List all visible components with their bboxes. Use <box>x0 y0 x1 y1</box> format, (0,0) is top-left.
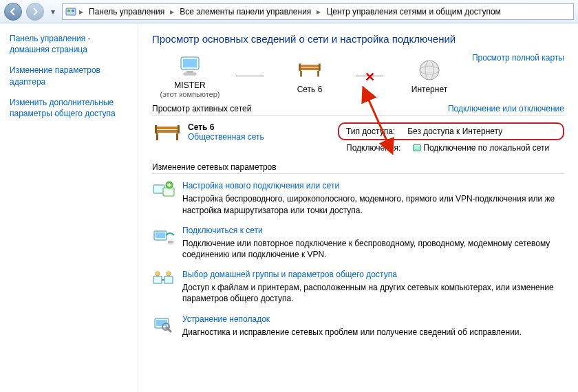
page-title: Просмотр основных сведений о сети и наст… <box>152 33 564 45</box>
option-desc: Доступ к файлам и принтерам, расположенн… <box>182 282 564 304</box>
connect-disconnect-link[interactable]: Подключение или отключение <box>448 104 564 113</box>
new-connection-icon <box>152 181 175 202</box>
breadcrumb-sep: ▸ <box>315 7 322 17</box>
active-network-block: Сеть 6 Общественная сеть <box>152 122 324 143</box>
option-title[interactable]: Подключиться к сети <box>182 226 564 235</box>
option-title[interactable]: Устранение неполадок <box>182 314 522 324</box>
svg-rect-9 <box>300 71 302 77</box>
globe-icon <box>416 57 442 83</box>
access-type-label: Тип доступа: <box>346 127 395 136</box>
svg-rect-29 <box>153 276 162 283</box>
map-computer-label: MISTER <box>174 80 205 90</box>
svg-rect-28 <box>168 241 173 243</box>
svg-rect-6 <box>184 73 196 75</box>
full-map-link[interactable]: Просмотр полной карты <box>472 53 564 63</box>
svg-rect-22 <box>178 125 180 133</box>
svg-rect-27 <box>156 232 165 238</box>
svg-rect-24 <box>163 188 174 196</box>
active-networks-label: Просмотр активных сетей <box>152 104 251 113</box>
svg-rect-12 <box>319 64 321 71</box>
svg-rect-10 <box>317 71 319 77</box>
bench-icon <box>297 57 323 83</box>
svg-rect-21 <box>155 125 157 133</box>
content-area: Просмотр основных сведений о сети и наст… <box>138 23 578 392</box>
breadcrumb-item-2[interactable]: Все элементы панели управления <box>177 6 314 18</box>
active-networks-header: Просмотр активных сетей Подключение или … <box>152 104 564 116</box>
svg-rect-4 <box>183 59 197 67</box>
map-network-label: Сеть 6 <box>297 85 323 94</box>
map-computer-sub: (этот компьютер) <box>160 90 220 98</box>
sidebar-sharing-link[interactable]: Изменить дополнительные параметры общего… <box>10 97 131 119</box>
control-panel-icon <box>65 6 76 17</box>
network-name: Сеть 6 <box>188 122 264 132</box>
option-desc: Диагностика и исправление сетевых пробле… <box>182 327 522 338</box>
option-troubleshoot: Устранение неполадок Диагностика и испра… <box>152 314 564 338</box>
breadcrumb-sep: ▸ <box>78 7 85 17</box>
change-settings-header: Изменение сетевых параметров <box>152 162 277 172</box>
breadcrumb[interactable]: ▸ Панель управления ▸ Все элементы панел… <box>62 3 574 20</box>
svg-rect-2 <box>72 10 74 12</box>
option-desc: Настройка беспроводного, широкополосного… <box>182 193 564 215</box>
option-desc: Подключение или повторное подключение к … <box>182 238 564 260</box>
option-title[interactable]: Выбор домашней группы и параметров общег… <box>182 270 564 279</box>
breadcrumb-sep: ▸ <box>169 7 175 17</box>
map-internet-label: Интернет <box>411 85 447 94</box>
sidebar-home-link[interactable]: Панель управления - домашняя страница <box>10 33 131 55</box>
homegroup-icon <box>152 270 175 290</box>
computer-icon <box>177 53 203 79</box>
connections-label: Подключения: <box>346 143 400 153</box>
option-homegroup: Выбор домашней группы и параметров общег… <box>152 270 564 304</box>
map-node-network: Сеть 6 <box>272 57 347 94</box>
bench-icon <box>152 122 182 143</box>
network-map: Просмотр полной карты MISTER (этот компь… <box>152 53 564 98</box>
access-type-value: Без доступа к Интернету <box>407 127 556 136</box>
breadcrumb-item-1[interactable]: Панель управления <box>86 6 167 18</box>
map-node-internet: Интернет <box>392 57 467 94</box>
svg-rect-11 <box>299 64 301 71</box>
connect-network-icon <box>152 226 175 246</box>
address-bar: ▾ ▸ Панель управления ▸ Все элементы пан… <box>0 0 578 23</box>
svg-point-31 <box>156 272 160 276</box>
network-type-link[interactable]: Общественная сеть <box>188 132 264 142</box>
map-broken-line: ✕ <box>356 76 383 76</box>
nav-back-button[interactable] <box>4 3 22 21</box>
access-details-box: Тип доступа: Без доступа к Интернету <box>338 122 564 140</box>
svg-rect-7 <box>299 65 320 67</box>
svg-rect-30 <box>164 276 173 283</box>
troubleshoot-icon <box>152 314 175 335</box>
sidebar: Панель управления - домашняя страница Из… <box>0 23 138 392</box>
svg-rect-17 <box>155 127 180 129</box>
connection-link[interactable]: Подключение по локальной сети <box>413 143 556 153</box>
error-x-icon: ✕ <box>365 69 375 85</box>
svg-rect-18 <box>155 130 180 133</box>
nav-forward-button[interactable] <box>26 3 44 21</box>
svg-point-32 <box>167 272 171 276</box>
svg-rect-20 <box>176 133 178 140</box>
svg-rect-19 <box>156 133 158 140</box>
svg-point-13 <box>420 61 439 80</box>
option-title[interactable]: Настройка нового подключения или сети <box>182 181 564 190</box>
option-connect-network: Подключиться к сети Подключение или повт… <box>152 226 564 260</box>
svg-rect-8 <box>299 68 320 70</box>
map-node-computer: MISTER (этот компьютер) <box>152 53 228 98</box>
map-link-line <box>236 76 264 76</box>
connection-link-text: Подключение по локальной сети <box>423 143 549 153</box>
option-new-connection: Настройка нового подключения или сети На… <box>152 181 564 215</box>
svg-rect-1 <box>67 10 70 12</box>
sidebar-adapter-link[interactable]: Изменение параметров адаптера <box>10 65 131 87</box>
breadcrumb-item-3[interactable]: Центр управления сетями и общим доступом <box>323 6 504 18</box>
nav-history-chevron[interactable]: ▾ <box>48 5 58 19</box>
lan-icon <box>413 144 421 151</box>
